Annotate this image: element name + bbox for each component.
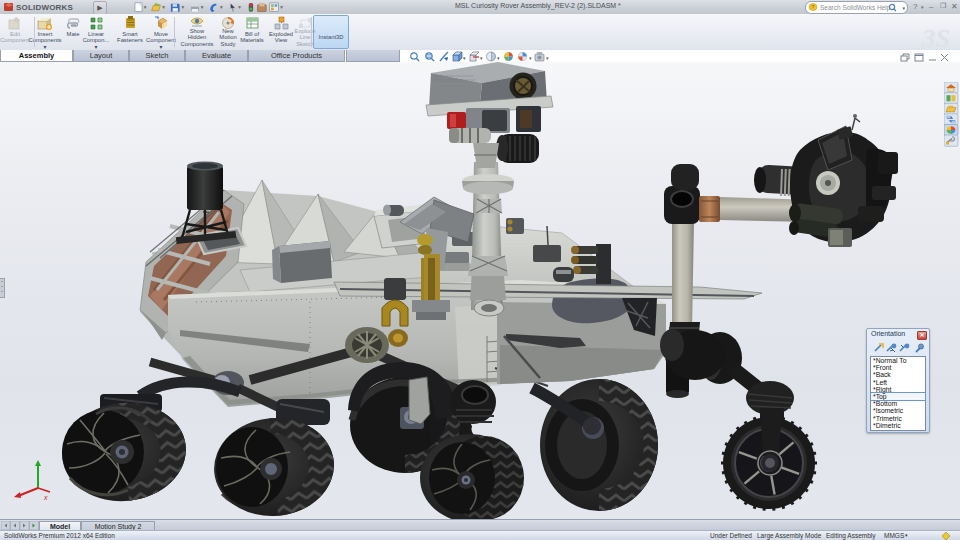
svg-text:x: x [43, 494, 48, 501]
svg-text:▾: ▾ [162, 4, 165, 10]
svg-text:▾: ▾ [238, 4, 241, 10]
svg-text:?: ? [812, 4, 815, 10]
svg-text:▾: ▾ [201, 4, 204, 10]
svg-text:▾: ▾ [144, 4, 147, 10]
svg-text:▾: ▾ [480, 55, 483, 61]
svg-text:▾: ▾ [181, 4, 184, 10]
svg-text:▾: ▾ [529, 55, 532, 61]
svg-text:▾: ▾ [463, 55, 466, 61]
svg-text:▾: ▾ [280, 4, 283, 10]
svg-text:▾: ▾ [497, 55, 500, 61]
svg-text:▾: ▾ [546, 55, 549, 61]
svg-text:▾: ▾ [220, 4, 223, 10]
